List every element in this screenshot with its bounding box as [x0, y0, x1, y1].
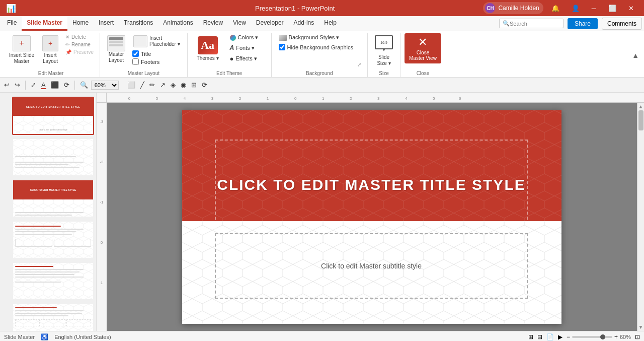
slideshow-button[interactable]: ▶: [558, 333, 562, 340]
effects-button[interactable]: ● Effects ▾: [227, 54, 267, 63]
ribbon-group-background: Background Styles ▾ Hide Background Grap…: [272, 33, 368, 77]
scroll-down-button[interactable]: ▼: [637, 323, 644, 331]
themes-icon: Aa: [198, 36, 218, 54]
menu-animations[interactable]: Animations: [158, 16, 198, 31]
slide-thumb-6-content: [13, 304, 93, 331]
share-button[interactable]: Share: [568, 18, 598, 29]
menu-review[interactable]: Review: [198, 16, 228, 31]
preserve-button[interactable]: 📌 Preserve: [63, 48, 96, 56]
colors-button[interactable]: Colors ▾: [227, 33, 267, 42]
insert-placeholder-button[interactable]: InsertPlaceholder ▾: [130, 33, 183, 49]
search-box[interactable]: 🔍: [499, 19, 564, 28]
account-icon[interactable]: 👤: [568, 3, 584, 14]
background-styles-label: Background Styles ▾: [289, 34, 340, 41]
menu-developer[interactable]: Developer: [251, 16, 289, 31]
title-checkbox-row[interactable]: Title: [132, 50, 159, 57]
zoom-bar: − + 60%: [567, 333, 631, 340]
thumb-3-title: CLICK TO EDIT MASTER TITLE STYLE: [30, 188, 76, 191]
footers-checkbox-row[interactable]: Footers: [132, 58, 159, 65]
slide-thumbnail-6[interactable]: [12, 303, 94, 331]
title-checkbox[interactable]: [132, 50, 139, 57]
menu-slide-master[interactable]: Slide Master: [22, 16, 67, 31]
themes-button[interactable]: Aa Themes ▾: [192, 33, 224, 64]
toolbar-edit-points[interactable]: ◈: [169, 80, 178, 90]
menu-transitions[interactable]: Transitions: [119, 16, 158, 31]
hide-bg-graphics-checkbox[interactable]: [279, 44, 285, 50]
thumb-3-lines: [15, 212, 91, 216]
menu-help[interactable]: Help: [319, 16, 342, 31]
scroll-up-button[interactable]: ▲: [637, 103, 644, 110]
toolbar-select[interactable]: ⤢: [29, 80, 38, 90]
toolbar-shapes[interactable]: ⬜: [125, 80, 137, 90]
toolbar-fontcolor[interactable]: A: [39, 80, 48, 90]
close-window-button[interactable]: ✕: [624, 3, 638, 14]
toolbar-lines[interactable]: ╱: [138, 80, 146, 90]
insert-slide-master-button[interactable]: + Insert SlideMaster: [6, 33, 37, 66]
notification-icon[interactable]: 🔔: [547, 3, 564, 14]
menu-addins[interactable]: Add-ins: [289, 16, 319, 31]
slide-thumbnail-2[interactable]: [12, 138, 94, 176]
insert-placeholder-icon: [133, 35, 147, 47]
zoom-thumb: [600, 334, 605, 339]
slide-thumbnail-3[interactable]: CLICK TO EDIT MASTER TITLE STYLE: [12, 179, 94, 218]
normal-view-button[interactable]: ⊞: [528, 333, 533, 340]
reading-view-button[interactable]: 📄: [546, 333, 554, 340]
comments-button[interactable]: Comments: [602, 18, 642, 30]
window-title: Presentation1 - PowerPoint: [255, 5, 335, 12]
toolbar-undo[interactable]: ↩: [2, 80, 12, 90]
hide-bg-graphics-row[interactable]: Hide Background Graphics: [276, 44, 353, 50]
slide-sorter-button[interactable]: ⊟: [537, 333, 542, 340]
toolbar-redo[interactable]: ↪: [13, 80, 22, 90]
search-input[interactable]: [510, 21, 560, 27]
menu-home[interactable]: Home: [67, 16, 94, 31]
slide-thumbnail-4[interactable]: [12, 221, 94, 259]
slide-subtitle-box[interactable]: Click to edit Master subtitle style: [215, 233, 528, 299]
background-dialog-button[interactable]: ⤢: [355, 61, 363, 69]
main-slide[interactable]: CLICK TO EDIT MASTER TITLE STYLE Click t…: [182, 110, 561, 324]
minimize-button[interactable]: ─: [588, 3, 600, 14]
close-master-view-button[interactable]: ✕ CloseMaster View: [405, 33, 441, 63]
slide-thumbnail-5[interactable]: [12, 262, 94, 300]
toolbar-zoom[interactable]: 🔍: [78, 80, 90, 90]
toolbar-effects[interactable]: ◉: [179, 80, 188, 90]
zoom-in-button[interactable]: +: [614, 333, 618, 340]
slide-canvas-wrapper: CLICK TO EDIT MASTER TITLE STYLE Click t…: [107, 103, 637, 331]
background-styles-button[interactable]: Background Styles ▾: [276, 33, 353, 42]
toolbar-rotate[interactable]: ⟳: [200, 80, 209, 90]
scroll-thumb[interactable]: [638, 110, 643, 130]
svg-text:-3: -3: [210, 96, 214, 101]
toolbar-connector[interactable]: ↗: [158, 80, 168, 90]
ruler-v-svg: -3 -2 -1 0 1: [97, 103, 107, 331]
toolbar-freeform[interactable]: ✏: [147, 80, 157, 90]
rename-button[interactable]: ✏ Rename: [63, 41, 96, 48]
zoom-slider[interactable]: [572, 336, 612, 338]
menu-insert[interactable]: Insert: [94, 16, 119, 31]
zoom-out-button[interactable]: −: [567, 333, 570, 340]
menu-view[interactable]: View: [228, 16, 251, 31]
slide-title-box[interactable]: CLICK TO EDIT MASTER TITLE STYLE: [215, 140, 528, 230]
menu-file[interactable]: File: [2, 16, 22, 31]
scrollbar-right[interactable]: ▲ ▼: [637, 103, 644, 331]
slide-thumb-3-content: CLICK TO EDIT MASTER TITLE STYLE: [13, 180, 93, 217]
fit-to-window-button[interactable]: ⊡: [635, 333, 640, 340]
canvas-body: -3 -2 -1 0 1: [97, 103, 644, 331]
zoom-select[interactable]: 100%75%60%: [91, 81, 119, 90]
footers-checkbox[interactable]: [132, 58, 139, 65]
ribbon-collapse-button[interactable]: ▲: [629, 33, 642, 77]
toolbar-align[interactable]: ⊞: [189, 80, 199, 90]
insert-layout-button[interactable]: + InsertLayout: [39, 33, 61, 66]
svg-text:-4: -4: [182, 96, 186, 101]
colors-label: Colors ▾: [238, 34, 259, 41]
toolbar-arrange[interactable]: ⟳: [62, 80, 71, 90]
toolbar-highlight[interactable]: ⬛: [49, 80, 61, 90]
insert-layout-icon: +: [42, 35, 58, 51]
user-profile[interactable]: CH Camille Holden: [483, 2, 543, 14]
master-layout-button[interactable]: MasterLayout: [104, 33, 128, 65]
toolbar-sep-2: [74, 81, 75, 90]
maximize-button[interactable]: ⬜: [604, 3, 620, 14]
slide-thumbnail-1[interactable]: CLICK TO EDIT MASTER TITLE STYLE Click t…: [12, 97, 94, 135]
delete-button[interactable]: ✕ Delete: [63, 33, 96, 41]
fonts-button[interactable]: A Fonts ▾: [227, 43, 267, 52]
slide-size-button[interactable]: 16:9 ▾ SlideSize ▾: [372, 33, 396, 69]
effects-label: Effects ▾: [235, 55, 257, 62]
